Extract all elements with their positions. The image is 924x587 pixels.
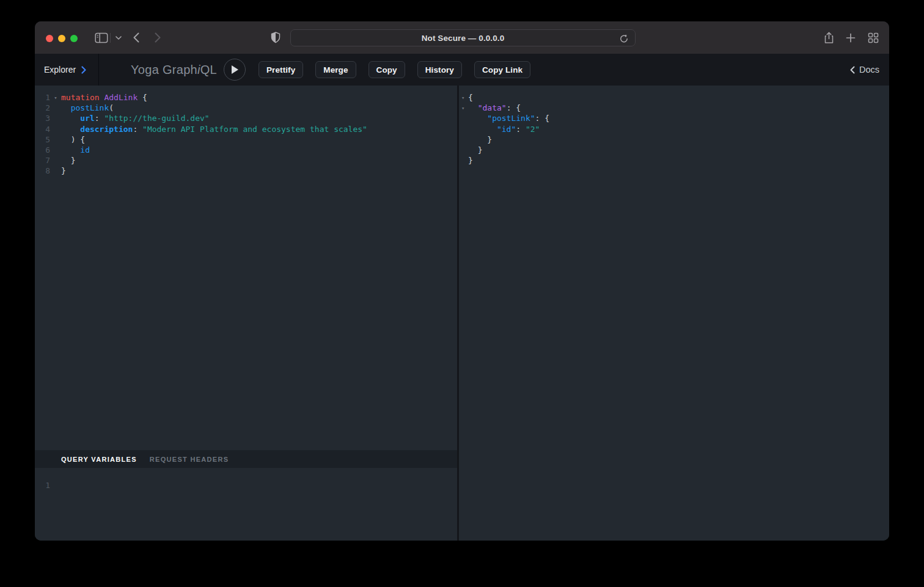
code-text: } — [468, 134, 492, 145]
line-number: 2 — [35, 103, 50, 113]
explorer-panel-toggle[interactable]: Explorer — [35, 54, 99, 86]
line-number: 5 — [35, 134, 50, 145]
sidebar-menu-button[interactable] — [113, 21, 124, 54]
fold-gutter — [50, 134, 61, 145]
fold-arrow-icon[interactable]: ▾ — [459, 103, 468, 113]
code-line: ▾ "data": { — [459, 103, 889, 113]
fold-gutter — [459, 113, 468, 123]
copy-link-button[interactable]: Copy Link — [474, 61, 530, 78]
tab-request-headers[interactable]: REQUEST HEADERS — [150, 456, 229, 463]
line-number: 6 — [35, 145, 50, 155]
result-viewer[interactable]: ▾{▾ "data": { "postLink": { "id": "2" } … — [459, 86, 889, 541]
shield-icon — [271, 32, 280, 43]
code-line: } — [459, 134, 889, 145]
close-window-button[interactable] — [46, 35, 53, 42]
line-number: 3 — [35, 113, 50, 123]
code-text: id — [61, 145, 90, 155]
title-post: QL — [200, 63, 217, 77]
fold-gutter — [459, 145, 468, 155]
back-button[interactable] — [130, 21, 143, 54]
privacy-report-button[interactable] — [268, 21, 283, 54]
line-number: 8 — [35, 166, 50, 176]
fold-gutter — [50, 124, 61, 134]
reload-button[interactable] — [618, 33, 629, 44]
code-line: 7 } — [35, 155, 457, 166]
query-variables-editor[interactable]: 1 — [35, 468, 457, 541]
fold-gutter — [50, 103, 61, 113]
left-pane: 1▾mutation AddLink {2 postLink(3 url: "h… — [35, 86, 457, 541]
code-line: 5 ) { — [35, 134, 457, 145]
sidebar-icon — [95, 32, 108, 43]
code-text: } — [468, 145, 482, 155]
right-pane: ▾{▾ "data": { "postLink": { "id": "2" } … — [459, 86, 889, 541]
new-tab-button[interactable] — [843, 21, 858, 54]
code-text: "postLink": { — [468, 113, 549, 123]
chevron-left-icon — [133, 32, 139, 43]
code-line: "postLink": { — [459, 113, 889, 123]
execute-query-button[interactable] — [224, 59, 246, 81]
chevron-right-icon — [155, 32, 161, 43]
code-text: "id": "2" — [468, 124, 540, 134]
sidebar-toggle-button[interactable] — [93, 21, 110, 54]
code-text: } — [468, 155, 473, 166]
fold-gutter — [50, 113, 61, 123]
copy-button[interactable]: Copy — [369, 61, 405, 78]
line-number: 4 — [35, 124, 50, 134]
merge-button[interactable]: Merge — [315, 61, 356, 78]
code-text: { — [468, 92, 473, 103]
grid-icon — [868, 32, 879, 43]
browser-titlebar: Not Secure — 0.0.0.0 — [35, 21, 889, 54]
address-bar[interactable]: Not Secure — 0.0.0.0 — [290, 29, 636, 46]
line-number: 1 — [35, 480, 50, 490]
fold-gutter — [50, 166, 61, 176]
code-line: 4 description: "Modern API Platform and … — [35, 124, 457, 134]
chevron-down-icon — [116, 36, 122, 40]
query-editor[interactable]: 1▾mutation AddLink {2 postLink(3 url: "h… — [35, 86, 457, 450]
share-icon — [824, 32, 834, 44]
titlebar-separator — [110, 33, 111, 43]
history-button[interactable]: History — [417, 61, 462, 78]
code-line: 1▾mutation AddLink { — [35, 92, 457, 103]
fold-gutter — [459, 124, 468, 134]
code-line: 1 — [35, 480, 457, 490]
zoom-window-button[interactable] — [70, 35, 78, 42]
forward-button[interactable] — [151, 21, 164, 54]
title-pre: Yoga Graph — [131, 63, 197, 77]
code-line: 2 postLink( — [35, 103, 457, 113]
fold-gutter — [50, 145, 61, 155]
code-line: "id": "2" — [459, 124, 889, 134]
docs-button[interactable]: Docs — [850, 54, 879, 86]
line-number: 1 — [35, 92, 50, 103]
fold-arrow-icon[interactable]: ▾ — [459, 92, 468, 103]
secondary-editor-tabs: QUERY VARIABLES REQUEST HEADERS — [35, 450, 457, 468]
code-line: ▾{ — [459, 92, 889, 103]
code-text: } — [61, 155, 75, 166]
fold-gutter — [50, 480, 61, 490]
share-button[interactable] — [821, 21, 836, 54]
fold-gutter — [50, 155, 61, 166]
minimize-window-button[interactable] — [58, 35, 65, 42]
tab-overview-button[interactable] — [865, 21, 881, 54]
fold-arrow-icon[interactable]: ▾ — [50, 92, 61, 103]
address-bar-text: Not Secure — 0.0.0.0 — [422, 34, 505, 43]
code-line: 3 url: "http://the-guild.dev" — [35, 113, 457, 123]
chevron-right-icon — [81, 66, 86, 74]
explorer-label: Explorer — [44, 65, 76, 75]
chevron-left-icon — [850, 66, 855, 74]
page-title: Yoga GraphiQL — [131, 54, 217, 86]
code-text: description: "Modern API Platform and ec… — [61, 124, 367, 134]
prettify-button[interactable]: Prettify — [258, 61, 303, 78]
code-text: url: "http://the-guild.dev" — [61, 113, 210, 123]
fold-gutter — [459, 134, 468, 145]
graphiql-toolbar: Explorer Yoga GraphiQL Prettify Merge Co… — [35, 54, 889, 86]
code-line: } — [459, 145, 889, 155]
code-text: } — [61, 166, 66, 176]
play-icon — [230, 65, 239, 75]
main-area: 1▾mutation AddLink {2 postLink(3 url: "h… — [35, 86, 889, 541]
code-line: 8} — [35, 166, 457, 176]
code-text: ) { — [61, 134, 85, 145]
fold-gutter — [459, 155, 468, 166]
plus-icon — [846, 33, 856, 43]
toolbar-buttons: Prettify Merge Copy History Copy Link — [258, 61, 530, 78]
tab-query-variables[interactable]: QUERY VARIABLES — [61, 456, 137, 463]
